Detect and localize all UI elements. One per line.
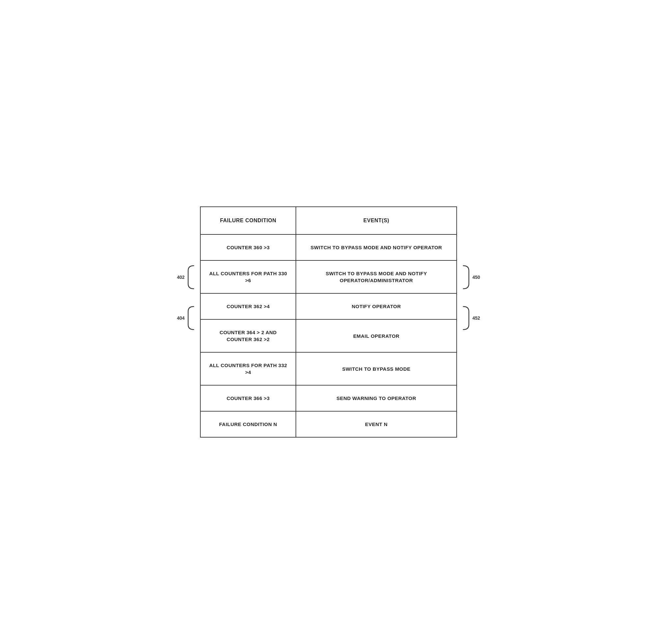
annotation-404-label: 404 xyxy=(177,316,184,321)
annotation-402: 402 xyxy=(177,264,196,291)
bracket-left-402 xyxy=(187,264,196,291)
event-cell: SWITCH TO BYPASS MODE AND NOTIFY OPERATO… xyxy=(296,260,457,293)
table-row: FAILURE CONDITION N EVENT N xyxy=(200,411,457,437)
event-cell: EVENT N xyxy=(296,411,457,437)
header-row: FAILURE CONDITION EVENT(S) xyxy=(200,207,457,234)
main-table: FAILURE CONDITION EVENT(S) COUNTER 360 >… xyxy=(200,206,457,438)
condition-cell: ALL COUNTERS FOR PATH 332 >4 xyxy=(200,352,296,385)
condition-cell: FAILURE CONDITION N xyxy=(200,411,296,437)
annotation-452-label: 452 xyxy=(473,316,480,321)
annotation-402-label: 402 xyxy=(177,275,184,280)
table-row: ALL COUNTERS FOR PATH 330 >6 SWITCH TO B… xyxy=(200,260,457,293)
table-row: COUNTER 362 >4 NOTIFY OPERATOR xyxy=(200,293,457,319)
condition-cell: COUNTER 362 >4 xyxy=(200,293,296,319)
table-row: COUNTER 364 > 2 AND COUNTER 362 >2 EMAIL… xyxy=(200,319,457,352)
table-wrapper: 402 404 450 452 xyxy=(200,206,457,438)
annotation-450-label: 450 xyxy=(473,275,480,280)
table-row: COUNTER 360 >3 SWITCH TO BYPASS MODE AND… xyxy=(200,234,457,260)
header-events: EVENT(S) xyxy=(296,207,457,234)
condition-cell: COUNTER 366 >3 xyxy=(200,385,296,411)
bracket-right-450 xyxy=(461,264,470,291)
table-row: COUNTER 366 >3 SEND WARNING TO OPERATOR xyxy=(200,385,457,411)
bracket-left-404 xyxy=(187,305,196,331)
annotation-452: 452 xyxy=(461,305,480,331)
event-cell: SWITCH TO BYPASS MODE xyxy=(296,352,457,385)
annotation-450: 450 xyxy=(461,264,480,291)
event-cell: NOTIFY OPERATOR xyxy=(296,293,457,319)
event-cell: EMAIL OPERATOR xyxy=(296,319,457,352)
condition-cell: ALL COUNTERS FOR PATH 330 >6 xyxy=(200,260,296,293)
bracket-right-452 xyxy=(461,305,470,331)
diagram-container: 402 404 450 452 xyxy=(180,206,477,438)
condition-cell: COUNTER 364 > 2 AND COUNTER 362 >2 xyxy=(200,319,296,352)
annotation-404: 404 xyxy=(177,305,196,331)
table-row: ALL COUNTERS FOR PATH 332 >4 SWITCH TO B… xyxy=(200,352,457,385)
condition-cell: COUNTER 360 >3 xyxy=(200,234,296,260)
event-cell: SEND WARNING TO OPERATOR xyxy=(296,385,457,411)
header-failure-condition: FAILURE CONDITION xyxy=(200,207,296,234)
event-cell: SWITCH TO BYPASS MODE AND NOTIFY OPERATO… xyxy=(296,234,457,260)
